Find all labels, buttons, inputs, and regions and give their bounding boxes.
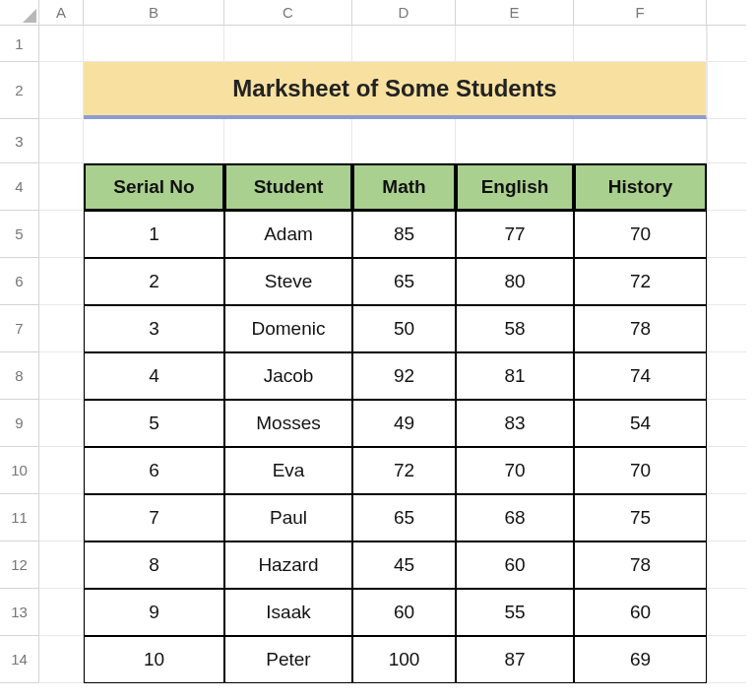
table-cell-r0-c2[interactable]: 85 xyxy=(352,211,456,258)
column-header-stub[interactable] xyxy=(707,0,746,26)
table-cell-r8-c2[interactable]: 60 xyxy=(352,589,456,636)
cell-A11[interactable] xyxy=(39,494,84,541)
cell-A10[interactable] xyxy=(39,447,84,494)
cell-C3[interactable] xyxy=(224,119,352,163)
table-cell-r2-c3[interactable]: 58 xyxy=(456,305,574,352)
cell-stub-4[interactable] xyxy=(707,163,746,211)
cell-stub-2[interactable] xyxy=(707,62,746,119)
row-header-3[interactable]: 3 xyxy=(0,119,39,163)
table-cell-r2-c1[interactable]: Domenic xyxy=(224,305,352,352)
table-cell-r5-c0[interactable]: 6 xyxy=(84,447,224,494)
table-cell-r0-c0[interactable]: 1 xyxy=(84,211,224,258)
table-header-2[interactable]: Math xyxy=(352,163,456,211)
table-cell-r3-c1[interactable]: Jacob xyxy=(224,352,352,400)
table-cell-r3-c2[interactable]: 92 xyxy=(352,352,456,400)
cell-A14[interactable] xyxy=(39,636,84,683)
row-header-4[interactable]: 4 xyxy=(0,163,39,211)
table-cell-r7-c4[interactable]: 78 xyxy=(574,541,707,589)
row-header-13[interactable]: 13 xyxy=(0,589,39,636)
table-header-4[interactable]: History xyxy=(574,163,707,211)
row-header-6[interactable]: 6 xyxy=(0,258,39,305)
cell-stub-12[interactable] xyxy=(707,541,746,589)
cell-D3[interactable] xyxy=(352,119,456,163)
table-cell-r8-c0[interactable]: 9 xyxy=(84,589,224,636)
table-cell-r4-c3[interactable]: 83 xyxy=(456,400,574,447)
row-header-2[interactable]: 2 xyxy=(0,62,39,119)
cell-stub-5[interactable] xyxy=(707,211,746,258)
table-cell-r6-c0[interactable]: 7 xyxy=(84,494,224,541)
table-cell-r4-c0[interactable]: 5 xyxy=(84,400,224,447)
title-cell[interactable]: Marksheet of Some Students xyxy=(84,62,707,119)
table-cell-r5-c4[interactable]: 70 xyxy=(574,447,707,494)
cell-B1[interactable] xyxy=(84,26,224,62)
table-cell-r4-c2[interactable]: 49 xyxy=(352,400,456,447)
spreadsheet-grid[interactable]: ABCDEF12Marksheet of Some Students34Seri… xyxy=(0,0,755,683)
table-cell-r6-c3[interactable]: 68 xyxy=(456,494,574,541)
cell-B3[interactable] xyxy=(84,119,224,163)
table-cell-r1-c3[interactable]: 80 xyxy=(456,258,574,305)
column-header-F[interactable]: F xyxy=(574,0,707,26)
cell-stub-7[interactable] xyxy=(707,305,746,352)
cell-A7[interactable] xyxy=(39,305,84,352)
row-header-10[interactable]: 10 xyxy=(0,447,39,494)
row-header-1[interactable]: 1 xyxy=(0,26,39,62)
table-cell-r3-c0[interactable]: 4 xyxy=(84,352,224,400)
cell-F1[interactable] xyxy=(574,26,707,62)
cell-stub-11[interactable] xyxy=(707,494,746,541)
cell-A12[interactable] xyxy=(39,541,84,589)
cell-A5[interactable] xyxy=(39,211,84,258)
row-header-9[interactable]: 9 xyxy=(0,400,39,447)
table-header-1[interactable]: Student xyxy=(224,163,352,211)
cell-stub-6[interactable] xyxy=(707,258,746,305)
table-cell-r5-c2[interactable]: 72 xyxy=(352,447,456,494)
table-cell-r0-c4[interactable]: 70 xyxy=(574,211,707,258)
select-all-corner[interactable] xyxy=(0,0,39,26)
table-cell-r7-c2[interactable]: 45 xyxy=(352,541,456,589)
table-cell-r6-c1[interactable]: Paul xyxy=(224,494,352,541)
table-cell-r0-c3[interactable]: 77 xyxy=(456,211,574,258)
row-header-5[interactable]: 5 xyxy=(0,211,39,258)
table-cell-r5-c3[interactable]: 70 xyxy=(456,447,574,494)
table-cell-r7-c1[interactable]: Hazard xyxy=(224,541,352,589)
table-cell-r1-c0[interactable]: 2 xyxy=(84,258,224,305)
table-cell-r9-c4[interactable]: 69 xyxy=(574,636,707,683)
cell-stub-9[interactable] xyxy=(707,400,746,447)
cell-A13[interactable] xyxy=(39,589,84,636)
cell-stub-3[interactable] xyxy=(707,119,746,163)
table-cell-r3-c4[interactable]: 74 xyxy=(574,352,707,400)
table-cell-r1-c2[interactable]: 65 xyxy=(352,258,456,305)
table-cell-r8-c3[interactable]: 55 xyxy=(456,589,574,636)
cell-stub-1[interactable] xyxy=(707,26,746,62)
cell-A4[interactable] xyxy=(39,163,84,211)
table-cell-r3-c3[interactable]: 81 xyxy=(456,352,574,400)
column-header-C[interactable]: C xyxy=(224,0,352,26)
cell-E1[interactable] xyxy=(456,26,574,62)
table-cell-r7-c3[interactable]: 60 xyxy=(456,541,574,589)
cell-A8[interactable] xyxy=(39,352,84,400)
cell-A3[interactable] xyxy=(39,119,84,163)
table-cell-r9-c1[interactable]: Peter xyxy=(224,636,352,683)
cell-E3[interactable] xyxy=(456,119,574,163)
cell-C1[interactable] xyxy=(224,26,352,62)
table-cell-r1-c4[interactable]: 72 xyxy=(574,258,707,305)
row-header-12[interactable]: 12 xyxy=(0,541,39,589)
table-cell-r6-c2[interactable]: 65 xyxy=(352,494,456,541)
column-header-E[interactable]: E xyxy=(456,0,574,26)
table-cell-r1-c1[interactable]: Steve xyxy=(224,258,352,305)
cell-D1[interactable] xyxy=(352,26,456,62)
cell-F3[interactable] xyxy=(574,119,707,163)
cell-stub-14[interactable] xyxy=(707,636,746,683)
table-cell-r8-c1[interactable]: Isaak xyxy=(224,589,352,636)
table-cell-r4-c4[interactable]: 54 xyxy=(574,400,707,447)
row-header-8[interactable]: 8 xyxy=(0,352,39,400)
table-cell-r9-c0[interactable]: 10 xyxy=(84,636,224,683)
cell-A6[interactable] xyxy=(39,258,84,305)
cell-stub-13[interactable] xyxy=(707,589,746,636)
table-cell-r2-c4[interactable]: 78 xyxy=(574,305,707,352)
table-cell-r7-c0[interactable]: 8 xyxy=(84,541,224,589)
table-cell-r8-c4[interactable]: 60 xyxy=(574,589,707,636)
row-header-7[interactable]: 7 xyxy=(0,305,39,352)
cell-A2[interactable] xyxy=(39,62,84,119)
cell-A9[interactable] xyxy=(39,400,84,447)
cell-A1[interactable] xyxy=(39,26,84,62)
